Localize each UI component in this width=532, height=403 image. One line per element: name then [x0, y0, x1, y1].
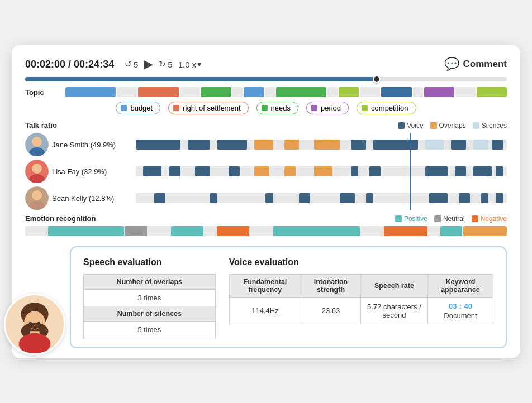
bar-segment: [143, 166, 162, 176]
bar-segment: [496, 193, 503, 203]
topic-chip[interactable]: competition: [357, 102, 416, 114]
speaker-bar-track: [136, 193, 507, 203]
time-display: 00:02:00 / 00:24:34: [25, 59, 115, 70]
bar-segment: [451, 140, 466, 150]
speaker-info: Sean Kelly (12.8%): [52, 194, 136, 203]
emotion-segment: [429, 226, 439, 236]
progress-bar[interactable]: [25, 77, 507, 81]
time-separator: /: [68, 59, 74, 70]
forward-button[interactable]: ↻ 5: [159, 59, 172, 69]
emotion-segment: [463, 226, 507, 236]
progress-thumb[interactable]: [373, 75, 381, 83]
chip-label: competition: [371, 104, 408, 112]
voice-eval-value: 5.72 characters / second: [360, 298, 428, 324]
speech-eval-value: 5 times: [84, 322, 216, 338]
eval-card: Speech evaluation Number of overlaps3 ti…: [70, 246, 507, 348]
comment-icon: 💬: [444, 57, 459, 71]
emotion-segment: [384, 226, 428, 236]
avatar-large: [4, 294, 65, 355]
bar-segment: [169, 166, 180, 176]
bar-segment: [351, 166, 358, 176]
bar-segment: [473, 140, 488, 150]
speech-eval-title: Speech evaluation: [83, 257, 216, 267]
emotion-segment: [205, 226, 215, 236]
bar-segment: [429, 193, 448, 203]
emotion-segment: [440, 226, 462, 236]
emotion-label: Emotion recognition: [25, 214, 96, 223]
speaker-rows: Jane Smith (49.9%) Lisa Fay (32.9%) Sean…: [25, 133, 507, 210]
main-card: 00:02:00 / 00:24:34 ↺ 5 ▶ ↻ 5 1.0 x ▾ 💬 …: [12, 45, 520, 358]
svg-point-4: [32, 164, 42, 174]
bar-segment: [455, 166, 466, 176]
emotion-segment: [217, 226, 249, 236]
bar-segment: [459, 193, 470, 203]
playback-controls: ↺ 5 ▶ ↻ 5 1.0 x ▾: [125, 57, 202, 71]
topic-bar: [65, 87, 507, 97]
legend-label: Voice: [407, 122, 423, 129]
emotion-legend-item: Neutral: [434, 215, 465, 223]
talk-legend-item: Voice: [398, 122, 423, 129]
voice-value-text: Document: [444, 311, 477, 320]
bar-segment: [496, 166, 503, 176]
comment-button[interactable]: 💬 Comment: [444, 57, 507, 71]
topic-chip[interactable]: needs: [256, 102, 298, 114]
bar-segment: [254, 140, 273, 150]
svg-point-15: [29, 322, 32, 324]
emotion-segment: [25, 226, 47, 236]
chip-label: right of settlement: [183, 104, 240, 112]
bar-segment: [369, 166, 381, 176]
bar-segment: [299, 193, 310, 203]
emotion-legend-label: Negative: [481, 215, 507, 223]
total-time: 00:24:34: [74, 59, 114, 70]
chip-dot: [362, 105, 368, 111]
emotion-legend-dot: [472, 215, 478, 222]
emotion-legend-label: Neutral: [443, 215, 465, 223]
avatar-large-svg: [6, 295, 64, 353]
speaker-info: Lisa Fay (32.9%): [52, 167, 136, 176]
bar-segment: [265, 193, 273, 203]
speech-eval-header: Number of silences: [84, 306, 216, 322]
bottom-panel: Speech evaluation Number of overlaps3 ti…: [25, 246, 507, 348]
speaker-avatar: [25, 160, 49, 183]
bar-segment: [473, 166, 492, 176]
emotion-segment: [148, 226, 170, 236]
current-time: 00:02:00: [25, 59, 65, 70]
topic-segment: [381, 87, 411, 97]
speed-button[interactable]: 1.0 x ▾: [178, 59, 202, 69]
topic-segment: [244, 87, 264, 97]
bar-segment: [284, 166, 296, 176]
rewind-button[interactable]: ↺ 5: [125, 59, 138, 69]
voice-eval-table: Fundamental frequencyIntonation strength…: [229, 274, 493, 324]
bar-segment: [481, 193, 488, 203]
progress-fill: [25, 77, 377, 81]
bar-segment: [284, 140, 300, 150]
emotion-legend-label: Positive: [404, 215, 428, 223]
legend-dot: [430, 122, 437, 129]
topic-segment: [65, 87, 116, 97]
bar-segment: [229, 166, 240, 176]
chip-label: period: [321, 104, 341, 112]
topic-chip[interactable]: budget: [116, 102, 160, 114]
play-icon: ▶: [144, 57, 153, 71]
speed-label: 1.0 x: [178, 60, 197, 69]
bar-segment: [340, 193, 355, 203]
bar-segment: [195, 166, 210, 176]
speaker-row: Jane Smith (49.9%): [25, 133, 507, 156]
topic-chip[interactable]: period: [306, 102, 349, 114]
voice-eval-header: Fundamental frequency: [229, 275, 301, 298]
speech-eval-value: 3 times: [84, 290, 216, 306]
bar-segment: [136, 140, 180, 150]
speaker-avatar: [25, 186, 49, 210]
speaker-bar-track: [136, 140, 507, 150]
topic-segment: [138, 87, 178, 97]
bar-segment: [254, 166, 269, 176]
legend-dot: [473, 122, 479, 129]
play-button[interactable]: ▶: [144, 57, 153, 71]
emotion-legend: PositiveNeutralNegative: [395, 215, 507, 223]
topic-segment: [276, 87, 326, 97]
topic-chip[interactable]: right of settlement: [168, 102, 248, 114]
topic-segment: [327, 87, 338, 97]
bar-segment: [492, 140, 503, 150]
topic-row: Topic: [25, 87, 507, 97]
chips-row: budgetright of settlementneedsperiodcomp…: [25, 102, 507, 114]
